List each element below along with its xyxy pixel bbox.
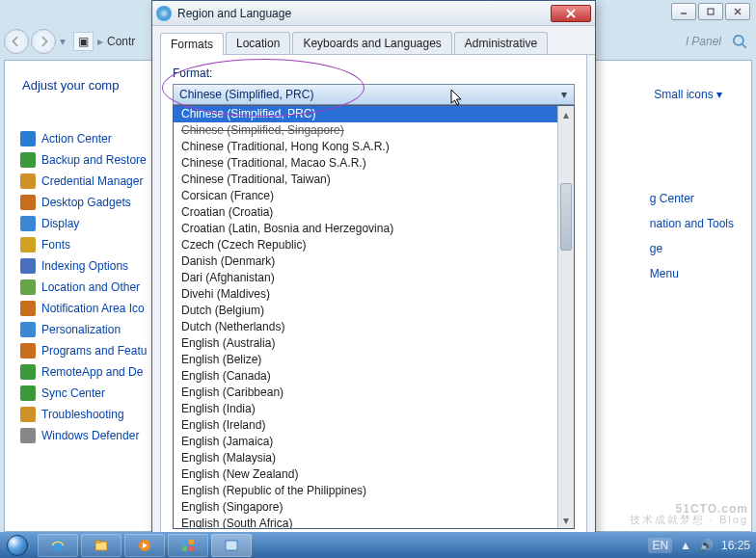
cp-item-fragment[interactable]: g Center (650, 186, 734, 211)
cp-item[interactable]: RemoteApp and De (9, 361, 163, 383)
scroll-thumb[interactable] (560, 183, 572, 251)
dropdown-option[interactable]: Croatian (Croatia) (174, 204, 557, 221)
view-by-select[interactable]: Small icons (654, 88, 722, 101)
scroll-down-icon[interactable]: ▾ (558, 512, 574, 528)
minimize-button[interactable] (671, 3, 696, 20)
svg-rect-14 (182, 546, 187, 551)
cp-item[interactable]: Programs and Featu (9, 340, 163, 361)
cp-item-fragment[interactable]: ge (650, 236, 734, 261)
cp-item-label: Personalization (41, 323, 121, 336)
cp-item[interactable]: Personalization (9, 319, 163, 340)
format-select[interactable]: Chinese (Simplified, PRC) ▾ (173, 84, 575, 105)
cp-item[interactable]: Indexing Options (9, 255, 163, 277)
dropdown-option[interactable]: Croatian (Latin, Bosnia and Herzegovina) (174, 221, 557, 237)
lang-indicator[interactable]: EN (648, 538, 672, 553)
tray-flag-icon[interactable]: ▲ (680, 539, 691, 552)
dialog-titlebar[interactable]: Region and Language (152, 1, 595, 26)
taskbar-control-panel[interactable] (211, 534, 252, 557)
cp-item-label: Sync Center (41, 386, 105, 400)
dropdown-option[interactable]: Danish (Denmark) (174, 253, 557, 270)
breadcrumb-root-icon[interactable]: ▣ (73, 32, 94, 51)
cp-item-label: Fonts (41, 238, 70, 252)
cp-item[interactable]: Desktop Gadgets (9, 192, 163, 213)
dropdown-option[interactable]: Dutch (Belgium) (174, 303, 557, 319)
scroll-up-icon[interactable]: ▴ (558, 106, 574, 122)
dropdown-option[interactable]: Corsican (France) (174, 188, 557, 204)
tab-keyboards-and-languages[interactable]: Keyboards and Languages (292, 32, 451, 54)
cp-item-icon (20, 279, 36, 295)
dropdown-option[interactable]: English (Belize) (174, 352, 557, 368)
dropdown-option[interactable]: English (Canada) (174, 368, 557, 385)
dropdown-option[interactable]: Chinese (Simplified, Singapore) (174, 122, 557, 139)
dropdown-option[interactable]: Chinese (Traditional, Hong Kong S.A.R.) (174, 139, 557, 155)
dropdown-option[interactable]: English (Malaysia) (174, 450, 557, 466)
dropdown-option[interactable]: Dutch (Netherlands) (174, 319, 557, 335)
dropdown-option[interactable]: Czech (Czech Republic) (174, 237, 557, 253)
taskbar-ie-icon[interactable] (38, 534, 78, 557)
tab-administrative[interactable]: Administrative (454, 32, 548, 54)
taskbar-explorer-icon[interactable] (81, 534, 122, 557)
forward-button[interactable] (31, 29, 56, 54)
cp-item-label: Backup and Restore (41, 153, 147, 167)
dropdown-option[interactable]: English (Republic of the Philippines) (174, 483, 557, 499)
dropdown-scrollbar[interactable]: ▴ ▾ (557, 106, 574, 528)
cp-item-label: Desktop Gadgets (41, 196, 131, 209)
back-button[interactable] (4, 29, 29, 54)
dropdown-option[interactable]: English (Ireland) (174, 417, 557, 434)
watermark: 51CTO.com 技术成就梦想 · Blog (630, 503, 748, 525)
cp-item[interactable]: Action Center (9, 128, 163, 149)
dropdown-option[interactable]: Divehi (Maldives) (174, 286, 557, 303)
tab-formats[interactable]: Formats (160, 33, 224, 55)
taskbar-app-icon[interactable] (168, 534, 208, 557)
dropdown-option[interactable]: English (Singapore) (174, 499, 557, 516)
svg-rect-16 (226, 541, 237, 550)
cp-item-label: Troubleshooting (41, 408, 124, 421)
cp-item-icon (20, 195, 36, 210)
dialog-tabs: FormatsLocationKeyboards and LanguagesAd… (160, 32, 595, 55)
cp-item[interactable]: Sync Center (9, 383, 163, 404)
cp-item[interactable]: Windows Defender (9, 425, 163, 446)
cp-item[interactable]: Backup and Restore (9, 149, 163, 171)
svg-line-5 (742, 44, 746, 48)
dropdown-option[interactable]: Chinese (Traditional, Taiwan) (174, 172, 557, 188)
dropdown-option[interactable]: English (New Zealand) (174, 466, 557, 483)
tray-volume-icon[interactable]: 🔊 (699, 539, 714, 552)
cp-item-fragment[interactable]: nation and Tools (650, 211, 734, 236)
breadcrumb[interactable]: ▣ ▸ Contr (73, 32, 135, 51)
cp-item[interactable]: Location and Other (9, 277, 163, 298)
dropdown-option[interactable]: Chinese (Traditional, Macao S.A.R.) (174, 155, 557, 172)
dropdown-option[interactable]: English (South Africa) (174, 516, 557, 528)
dropdown-option[interactable]: English (Jamaica) (174, 434, 557, 450)
format-combo: Chinese (Simplified, PRC) ▾ Chinese (Sim… (173, 84, 575, 105)
taskbar-wmp-icon[interactable] (124, 534, 165, 557)
cp-item-icon (20, 364, 36, 380)
cp-item-icon (20, 216, 36, 231)
cp-item[interactable]: Fonts (9, 234, 163, 255)
svg-point-4 (734, 36, 743, 45)
dropdown-list[interactable]: Chinese (Simplified, PRC)Chinese (Simpli… (174, 106, 557, 528)
close-button[interactable] (725, 3, 750, 20)
tab-location[interactable]: Location (226, 32, 290, 54)
cp-item[interactable]: Troubleshooting (9, 404, 163, 425)
maximize-button[interactable] (698, 3, 723, 20)
cp-item-label: Windows Defender (41, 429, 139, 442)
cp-item[interactable]: Credential Manager (9, 171, 163, 192)
right-column: g Centernation and ToolsgeMenu (650, 186, 734, 286)
dialog-close-button[interactable] (551, 5, 591, 22)
clock[interactable]: 16:25 (721, 539, 750, 552)
watermark-sub: 技术成就梦想 · Blog (630, 515, 748, 525)
cp-item[interactable]: Display (9, 213, 163, 234)
dropdown-option[interactable]: English (India) (174, 401, 557, 417)
dropdown-option[interactable]: English (Australia) (174, 335, 557, 352)
start-button[interactable] (0, 532, 35, 558)
dropdown-option[interactable]: English (Caribbean) (174, 385, 557, 401)
cp-item[interactable]: Notification Area Ico (9, 298, 163, 319)
dropdown-option[interactable]: Dari (Afghanistan) (174, 270, 557, 286)
window-controls (671, 3, 750, 20)
cp-item-fragment[interactable]: Menu (650, 261, 734, 286)
search-icon[interactable] (731, 33, 748, 50)
chevron-down-icon: ▾ (556, 87, 572, 102)
dropdown-option[interactable]: Chinese (Simplified, PRC) (174, 106, 557, 122)
breadcrumb-text[interactable]: Contr (107, 35, 135, 48)
cp-item-label: Programs and Featu (41, 344, 147, 358)
